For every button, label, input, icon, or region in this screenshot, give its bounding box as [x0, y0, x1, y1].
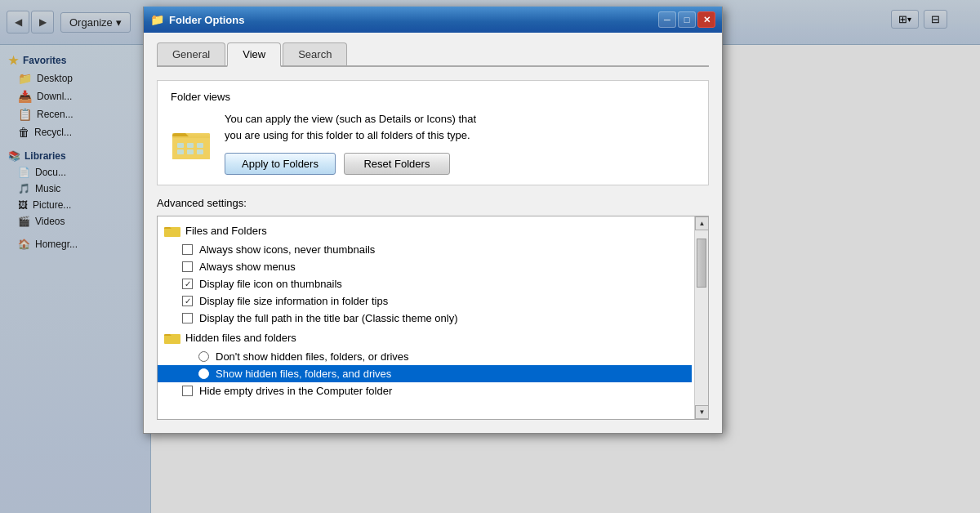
display-full-path-checkbox[interactable] [182, 313, 193, 323]
tab-search-label: Search [298, 48, 332, 60]
always-show-icons-label: Always show icons, never thumbnails [199, 243, 375, 256]
apply-to-folders-button[interactable]: Apply to Folders [225, 153, 336, 175]
always-show-menus-checkbox[interactable] [182, 261, 193, 272]
settings-scrollbar[interactable]: ▲ ▼ [694, 216, 708, 419]
hidden-files-label: Hidden files and folders [185, 332, 296, 344]
svg-rect-2 [172, 138, 210, 159]
tab-view[interactable]: View [227, 42, 281, 67]
folder-views-right: You can apply the view (such as Details … [225, 111, 476, 175]
minimize-icon: ─ [664, 15, 670, 25]
maximize-button[interactable]: □ [678, 11, 696, 28]
folder-views-section: Folder views [157, 80, 709, 185]
setting-hide-empty-drives[interactable]: Hide empty drives in the Computer folder [158, 382, 692, 399]
dialog-title-text: Folder Options [169, 14, 244, 26]
files-and-folders-label: Files and Folders [185, 225, 267, 237]
dialog-body: General View Search Folder views [144, 33, 722, 433]
tab-general-label: General [172, 48, 210, 60]
tab-view-label: View [243, 48, 265, 60]
svg-rect-6 [177, 149, 184, 154]
files-folders-group-icon [164, 223, 180, 238]
maximize-icon: □ [684, 15, 690, 25]
dont-show-hidden-radio[interactable] [198, 351, 209, 362]
svg-rect-4 [187, 143, 194, 148]
always-show-menus-label: Always show menus [199, 261, 296, 273]
scrollbar-down-arrow[interactable]: ▼ [695, 405, 709, 419]
display-file-size-label: Display file size information in folder … [199, 295, 388, 307]
setting-dont-show-hidden[interactable]: Don't show hidden files, folders, or dri… [158, 348, 692, 365]
svg-rect-7 [187, 149, 194, 154]
folder-options-dialog: 📁 Folder Options ─ □ ✕ General View [143, 7, 723, 434]
folder-views-buttons: Apply to Folders Reset Folders [225, 153, 476, 175]
scrollbar-track [695, 230, 708, 405]
files-and-folders-header: Files and Folders [158, 220, 692, 241]
hide-empty-drives-checkbox[interactable] [182, 386, 193, 396]
svg-rect-3 [177, 143, 184, 148]
setting-display-file-icon[interactable]: Display file icon on thumbnails [158, 275, 692, 292]
dialog-titlebar: 📁 Folder Options ─ □ ✕ [144, 7, 722, 33]
dont-show-hidden-label: Don't show hidden files, folders, or dri… [216, 350, 409, 363]
reset-folders-button[interactable]: Reset Folders [344, 153, 450, 175]
hidden-files-group-icon [164, 330, 180, 345]
tab-bar: General View Search [157, 42, 709, 67]
advanced-settings-listbox[interactable]: Files and Folders Always show icons, nev… [157, 216, 709, 420]
setting-always-show-menus[interactable]: Always show menus [158, 258, 692, 275]
show-hidden-label: Show hidden files, folders, and drives [216, 368, 391, 380]
setting-display-full-path[interactable]: Display the full path in the title bar (… [158, 310, 692, 327]
advanced-settings-title: Advanced settings: [157, 197, 709, 209]
titlebar-title-group: 📁 Folder Options [150, 13, 244, 26]
display-file-icon-label: Display file icon on thumbnails [199, 278, 342, 290]
show-hidden-radio[interactable] [198, 368, 209, 379]
svg-rect-5 [197, 143, 203, 148]
hide-empty-drives-label: Hide empty drives in the Computer folder [199, 385, 392, 397]
folder-icon-container [171, 122, 212, 165]
settings-list: Files and Folders Always show icons, nev… [158, 220, 708, 399]
dialog-folder-icon: 📁 [150, 13, 164, 26]
folder-views-content: You can apply the view (such as Details … [171, 111, 695, 175]
tab-search[interactable]: Search [283, 42, 347, 65]
dont-show-hidden-radio-inner [201, 354, 207, 359]
minimize-button[interactable]: ─ [658, 11, 676, 28]
folder-view-icon [171, 122, 212, 163]
hidden-files-header: Hidden files and folders [158, 327, 692, 348]
svg-rect-8 [197, 149, 203, 154]
scrollbar-up-arrow[interactable]: ▲ [695, 216, 709, 230]
tab-general[interactable]: General [157, 42, 225, 65]
close-icon: ✕ [703, 15, 710, 25]
scrollbar-thumb[interactable] [697, 239, 706, 288]
folder-views-title: Folder views [171, 91, 695, 103]
show-hidden-radio-inner [201, 371, 207, 377]
display-file-size-checkbox[interactable] [182, 296, 193, 306]
display-file-icon-checkbox[interactable] [182, 279, 193, 289]
setting-show-hidden[interactable]: Show hidden files, folders, and drives [158, 365, 692, 382]
setting-display-file-size[interactable]: Display file size information in folder … [158, 292, 692, 310]
titlebar-controls: ─ □ ✕ [658, 11, 715, 28]
close-button[interactable]: ✕ [697, 11, 715, 28]
setting-always-show-icons[interactable]: Always show icons, never thumbnails [158, 241, 692, 258]
always-show-icons-checkbox[interactable] [182, 244, 193, 255]
folder-views-description: You can apply the view (such as Details … [225, 111, 476, 143]
display-full-path-label: Display the full path in the title bar (… [199, 312, 457, 324]
